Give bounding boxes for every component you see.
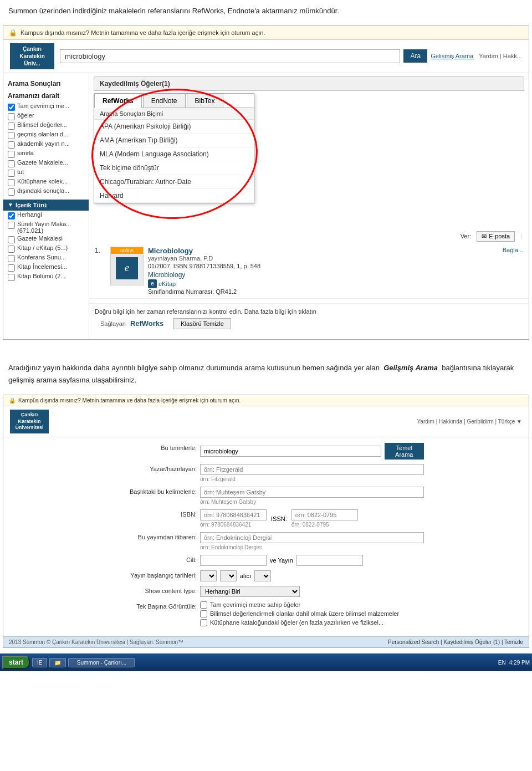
cilt-input[interactable] [200,555,267,566]
sc2-checkbox-1[interactable]: Tam çevrimiçi metne sahip öğeler [200,601,399,609]
sidebar-checkbox-9[interactable] [8,179,15,186]
content-type-kitap-inc[interactable]: Kitap İncelemesi... [3,263,89,272]
result-item-1: 1. online e Microbiology yayınlayan Shar… [89,243,529,299]
advanced-search-link[interactable]: Gelişmiş Arama [431,53,473,59]
eposta-button[interactable]: ✉ E-posta [477,231,515,242]
dropdown-item-ama[interactable]: AMA (Amerikan Tıp Birliği) [94,134,254,147]
sidebar-filter-5[interactable]: akademik yayın n... [3,140,89,149]
sidebar-checkbox-8[interactable] [8,170,15,177]
dropdown-item-chicago[interactable]: Chicago/Turabian: Author-Date [94,175,254,189]
sidebar-filter-9[interactable]: Kütüphane kolek... [3,177,89,187]
yazar-input[interactable] [200,464,424,475]
content-type-checkbox-6[interactable] [8,264,15,272]
export-tabs: RefWorks EndNote BibTex [94,94,254,108]
content-type-sureli[interactable]: Süreli Yayın Maka...(671.021) [3,220,89,234]
sidebar-checkbox-2[interactable] [8,113,15,120]
dropdown-item-apa[interactable]: APA (Amerikan Psikoloji Birliği) [94,120,254,134]
sidebar-checkbox-3[interactable] [8,122,15,130]
export-dropdown: RefWorks EndNote BibTex Arama Sonuçları … [94,93,254,203]
result-thumbnail: online e [110,247,144,285]
search-input[interactable] [60,49,400,63]
tarih-select-1[interactable] [200,570,217,581]
content-type-checkbox-1[interactable] [8,212,15,219]
tek-basina-row: Tek Başına Görüntüle: Tam çevrimiçi metn… [108,601,424,626]
sc2-checkbox-3[interactable]: Kütüphane kataloğundaki öğeler (en fazla… [200,619,399,626]
sidebar-checkbox-7[interactable] [8,160,15,167]
yazar-label: Yazar/hazırlayan: [108,464,197,472]
sidebar-checkbox-4[interactable] [8,132,15,139]
results-area: Kaydedilmiş Öğeler(1) RefWorks EndNote B… [89,73,529,339]
sidebar: Arama Sonuçları Aramanızı daralt Tam çev… [3,73,89,339]
tab-bibtex[interactable]: BibTex [187,94,223,108]
site-header: Çankırı Karatekin Üniv... Ara Gelişmiş A… [3,40,529,73]
content-type-checkbox-2[interactable] [8,222,15,229]
content-type-herhangi[interactable]: Herhangi [3,211,89,220]
search-button[interactable]: Ara [403,49,427,63]
dropdown-item-harvard[interactable]: Harvard [94,189,254,203]
yayindan-row: Bu yayımdan itibaren: örn: Endokrinoloji… [108,532,424,550]
tarih-select-3[interactable] [254,570,271,581]
bu-terimlerle-input[interactable] [200,446,381,457]
sidebar-filter-1[interactable]: Tam çevrimiçi me... [3,102,89,111]
sidebar-checkbox-6[interactable] [8,151,15,158]
sc2-cb-2[interactable] [200,610,207,617]
start-button[interactable]: start [2,656,30,669]
klasoru-temizle-button[interactable]: Klasörü Temizle [173,318,231,329]
cilt-label: Cilt: [108,555,197,563]
taskbar-ie-btn[interactable]: IE [32,658,47,667]
screenshot-2: 🔒 Kampüs dışında mısınız? Metnin tamamın… [3,395,529,648]
yayin-tarih-wrap: alıcı [200,570,271,581]
advanced-search-form: Bu terimlerle: Temel Arama Yazar/hazırla… [86,437,446,636]
sidebar-checkbox-5[interactable] [8,141,15,149]
sidebar-filter-7[interactable]: Gazete Makalele... [3,159,89,168]
tab-refworks[interactable]: RefWorks [94,94,142,108]
content-type-konferans[interactable]: Konferans Sunu... [3,253,89,263]
sidebar-filter-6[interactable]: sınırla [3,149,89,159]
dropdown-item-mla[interactable]: MLA (Modern Language Association) [94,147,254,161]
start-label: start [9,658,23,666]
result-title[interactable]: Microbiology [148,247,498,255]
content-type-checkbox-4[interactable] [8,246,15,253]
content-type-kitap-bol[interactable]: Kitap Bölümü (2... [3,272,89,282]
yayindan-input[interactable] [200,532,424,543]
dropdown-item-tek[interactable]: Tek biçime dönüştür [94,161,254,175]
sc2-checkbox-2[interactable]: Bilimsel değerlendirmeli olanlar dahil o… [200,610,399,617]
sc2-footer: 2013 Summon © Çankırı Karatekin Üniversi… [3,636,529,647]
content-type-checkbox-3[interactable] [8,236,15,243]
tab-endnote[interactable]: EndNote [143,94,186,108]
isbn-input[interactable] [200,509,267,520]
campus-banner-1: 🔒 Kampus dışında mısınız? Metnin tamamın… [3,26,529,40]
sc2-cb-1[interactable] [200,601,207,609]
content-type-checkbox-7[interactable] [8,274,15,281]
bagla-btn[interactable]: Bağla... [503,247,523,295]
sc2-cb-3[interactable] [200,619,207,626]
divider-line: | [520,233,522,239]
sidebar-filter-8[interactable]: tut [3,168,89,177]
sidebar-filter-10[interactable]: dışındaki sonuçla... [3,187,89,196]
content-type-kitap[interactable]: Kitap / eKitap (5...) [3,244,89,253]
saved-items-bar[interactable]: Kaydedilmiş Öğeler(1) [94,76,524,91]
issn-input[interactable] [291,509,358,520]
yayin-input[interactable] [296,555,363,566]
taskbar-app-btn-1[interactable]: Summon - Çankırı... [68,658,135,667]
baslik-label: Başlıktaki bu kelimelerle: [108,487,197,495]
sidebar-filter-4[interactable]: geçmiş olanları d... [3,130,89,140]
baslik-input[interactable] [200,487,424,498]
sc2-header-links: Yardım | Hakkında | Geribildirm | Türkçe… [417,418,522,425]
sidebar-checkbox-10[interactable] [8,188,15,196]
sidebar-filter-2[interactable]: öğeler [3,111,89,121]
taskbar-file-btn[interactable]: 📁 [49,658,66,667]
sidebar-checkbox-1[interactable] [8,104,15,111]
content-type-select[interactable]: Herhangi Biri [200,586,300,597]
yazar-row: Yazar/hazırlayan: örn: Fitzgerald [108,464,424,482]
sidebar-filter-3[interactable]: Bilimsel değerler... [3,121,89,130]
temel-arama-button[interactable]: Temel Arama [385,443,424,459]
content-type-checkbox-5[interactable] [8,255,15,262]
ebook-badge[interactable]: e eKitap [148,279,176,288]
content-type-gazete[interactable]: Gazete Makalesi [3,234,89,244]
tarih-select-2[interactable] [220,570,237,581]
taskbar-time: 4:29 PM [509,659,530,666]
result-subject[interactable]: Microbiology [148,271,498,279]
tek-basina-label: Tek Başına Görüntüle: [108,601,197,610]
content-type-form-label: Show content type: [108,586,197,594]
